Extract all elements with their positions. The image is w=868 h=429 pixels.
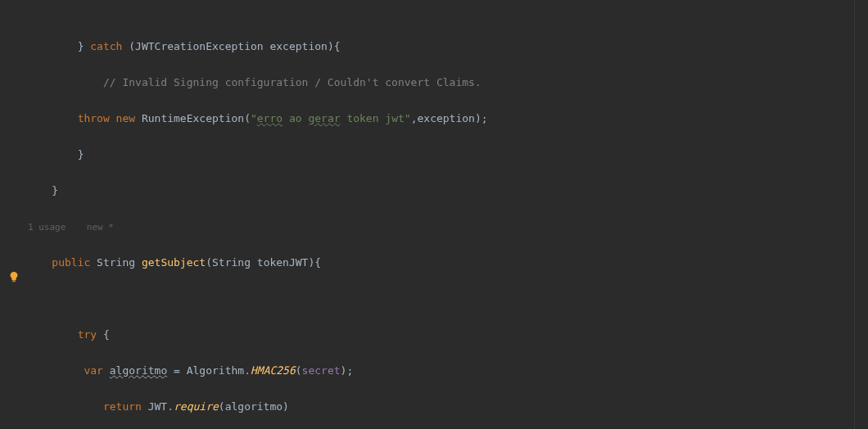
class-jwt: JWT. — [142, 400, 174, 413]
brace: } — [78, 40, 91, 52]
string-text: token jwt" — [341, 112, 411, 124]
usage-hint[interactable]: 1 usage — [26, 222, 66, 233]
variable-name: algoritmo — [110, 364, 167, 377]
static-method: HMAC256 — [251, 364, 296, 377]
class-algorithm: Algorithm — [187, 364, 244, 377]
string-quote: " — [251, 112, 257, 124]
paren-close: ) — [283, 400, 289, 413]
brace: { — [97, 328, 110, 341]
paren: ( — [219, 400, 225, 413]
keyword-try: try — [78, 328, 97, 341]
static-method: require — [174, 400, 219, 413]
keyword-catch: catch — [90, 40, 122, 52]
paren: ( — [129, 40, 135, 52]
keyword-return: return — [103, 400, 142, 413]
string-text: ao — [283, 112, 308, 124]
keyword-throw: throw — [78, 112, 110, 124]
code-content[interactable]: } catch (JWTCreationException exception)… — [25, 0, 868, 429]
method-name: getSubject — [142, 256, 206, 269]
paren-close: ); — [475, 112, 488, 124]
paren-close: ); — [341, 364, 354, 377]
code-editor[interactable]: } catch (JWTCreationException exception)… — [0, 0, 868, 429]
paren: ( — [206, 256, 212, 269]
return-type: String — [97, 256, 135, 269]
right-margin — [854, 0, 855, 429]
exception-var: exception — [264, 40, 328, 52]
gutter — [0, 0, 25, 429]
paren-close: ){ — [308, 256, 321, 269]
brace: } — [52, 184, 58, 196]
paren: ( — [296, 364, 302, 377]
operator: = — [167, 364, 186, 377]
new-hint[interactable]: new * — [85, 222, 114, 233]
comment: // Invalid Signing configuration / Could… — [103, 76, 481, 88]
dot: . — [244, 364, 251, 377]
keyword-public: public — [52, 256, 90, 269]
string-typo: erro — [257, 112, 283, 124]
keyword-new: new — [116, 112, 135, 124]
exception-type: JWTCreationException — [135, 40, 264, 52]
lightbulb-icon[interactable] — [8, 271, 20, 282]
brace: } — [78, 148, 84, 160]
paren: ( — [244, 112, 251, 124]
keyword-var: var — [84, 364, 102, 377]
identifier: exception — [417, 112, 474, 124]
field: secret — [302, 364, 341, 377]
string-typo: gerar — [308, 112, 340, 124]
class-runtime-exception: RuntimeException — [142, 112, 244, 124]
paren-close: ){ — [328, 40, 341, 52]
param-type: String — [212, 256, 251, 269]
argument: algoritmo — [225, 400, 283, 413]
param-name: tokenJWT — [251, 256, 308, 269]
